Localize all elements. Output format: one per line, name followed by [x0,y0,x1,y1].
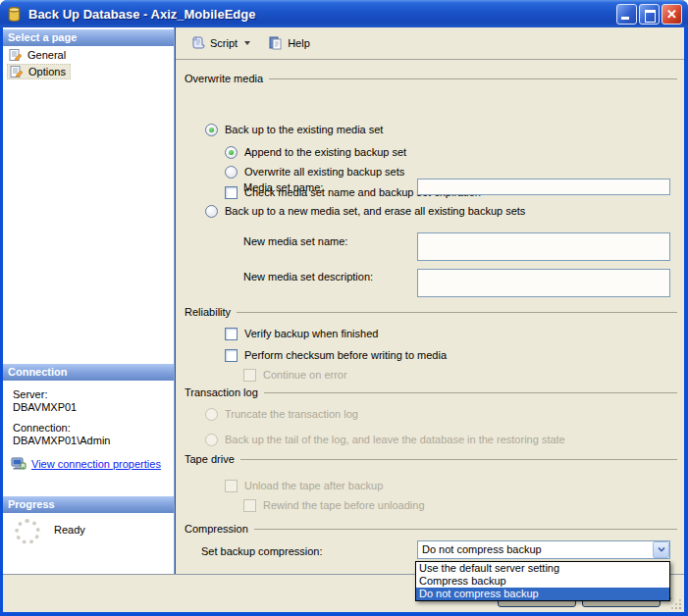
close-button[interactable] [662,4,682,25]
server-value: DBAVMXP01 [13,401,77,413]
radio-icon[interactable] [225,166,238,179]
sidebar: Select a page General Options Connection… [3,27,175,574]
sidebar-item-label: Options [28,66,66,78]
new-media-set-name-label: New media set name: [243,234,347,248]
transaction-log-section-header: Transaction log [185,385,677,399]
media-set-name-label: Media set name: [243,180,323,194]
computer-icon [11,457,26,471]
page-icon [10,65,24,78]
help-button-label: Help [288,37,310,49]
radio-icon[interactable] [205,124,218,136]
minimize-button[interactable] [616,4,637,25]
page-icon [9,48,23,62]
new-media-set-name-field [417,232,670,261]
radio-append-existing-backup-set[interactable]: Append to the existing backup set [225,145,406,159]
radio-truncate-transaction-log: Truncate the transaction log [205,407,358,421]
script-dropdown-arrow-icon[interactable] [244,41,250,45]
set-backup-compression-label: Set backup compression: [201,544,323,558]
new-media-set-description-label: New media set description: [243,270,373,283]
radio-backup-tail-of-log: Back up the tail of the log, and leave t… [205,433,565,446]
progress-status: Ready [54,524,85,536]
checkbox-icon[interactable] [225,186,238,199]
view-connection-properties-link[interactable]: View connection properties [31,458,161,470]
checkbox-icon[interactable] [225,349,238,362]
combobox-dropdown-button[interactable] [653,541,669,558]
help-icon [268,35,284,51]
script-icon [190,35,206,51]
new-media-set-description-field [417,269,670,297]
backup-database-dialog: Back Up Database - Axiz_MobileEdge Selec… [0,0,688,616]
dropdown-option-do-not-compress[interactable]: Do not compress backup [416,588,669,600]
check-verify-backup[interactable]: Verify backup when finished [225,327,378,340]
progress-spinner-icon [15,519,40,544]
script-button-label: Script [210,37,238,49]
check-rewind-tape: Rewind the tape before unloading [243,498,425,512]
compression-section-header: Compression [185,522,677,536]
radio-icon[interactable] [205,205,218,218]
chevron-down-icon [658,547,665,552]
progress-header: Progress [3,496,174,513]
server-label: Server: [13,388,47,400]
check-unload-tape: Unload the tape after backup [225,479,383,492]
checkbox-icon [225,480,238,492]
window-title: Back Up Database - Axiz_MobileEdge [28,7,616,22]
radio-overwrite-all-backup-sets[interactable]: Overwrite all existing backup sets [225,165,404,179]
reliability-section-header: Reliability [185,305,677,319]
combobox-value: Do not compress backup [418,541,653,558]
check-perform-checksum[interactable]: Perform checksum before writing to media [225,348,447,362]
overwrite-media-section-header: Overwrite media [185,72,677,85]
radio-icon [205,408,218,421]
database-icon [6,6,23,23]
sidebar-item-label: General [27,49,66,62]
connection-label: Connection: [13,422,71,434]
help-button[interactable]: Help [263,32,315,54]
connection-value: DBAVMXP01\Admin [13,435,110,446]
select-a-page-header: Select a page [3,29,174,46]
tape-drive-section-header: Tape drive [185,452,677,466]
sidebar-item-options[interactable]: Options [7,64,71,79]
checkbox-icon[interactable] [225,328,238,340]
toolbar: Script Help [176,27,684,60]
media-set-name-field [417,179,670,195]
backup-compression-combobox[interactable]: Do not compress backup [417,540,670,559]
radio-backup-new-media-set[interactable]: Back up to a new media set, and erase al… [205,204,525,218]
script-button[interactable]: Script [185,32,255,54]
connection-header: Connection [3,364,174,381]
check-continue-on-error: Continue on error [243,368,347,382]
radio-backup-existing-media-set[interactable]: Back up to the existing media set [205,123,383,136]
maximize-button[interactable] [639,4,660,25]
dropdown-option-default-server-setting[interactable]: Use the default server setting [416,562,669,575]
checkbox-icon [243,369,256,382]
dropdown-option-compress-backup[interactable]: Compress backup [416,575,669,588]
radio-icon[interactable] [225,146,238,159]
resize-grip[interactable] [669,597,681,609]
checkbox-icon [243,499,256,512]
compression-dropdown-list: Use the default server setting Compress … [415,561,670,601]
sidebar-item-general[interactable]: General [7,47,70,63]
view-connection-properties[interactable]: View connection properties [11,457,161,471]
options-page: Script Help Overwrite media Back up to t… [176,27,684,574]
radio-icon [205,434,218,446]
title-bar[interactable]: Back Up Database - Axiz_MobileEdge [0,0,688,27]
